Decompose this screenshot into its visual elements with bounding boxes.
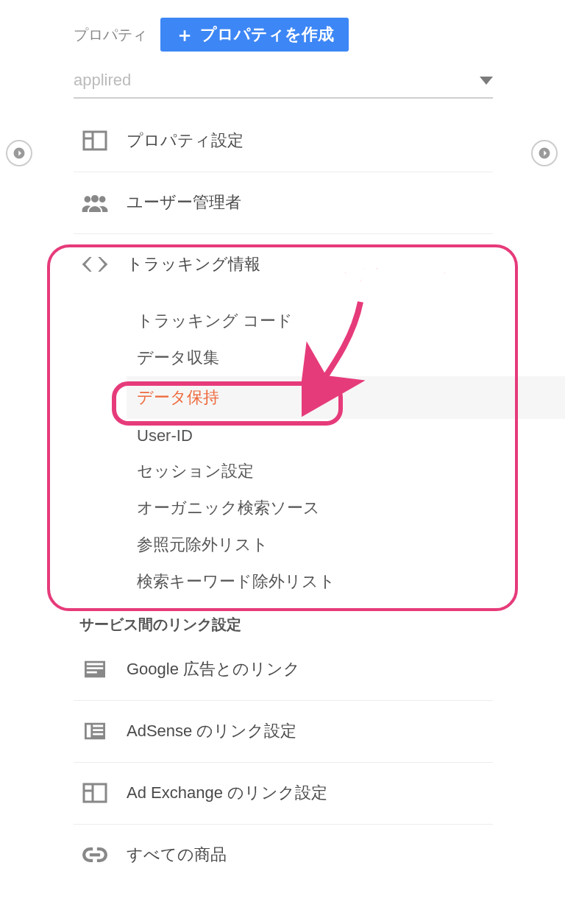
layout-icon [79, 780, 110, 805]
chevron-down-icon [480, 77, 493, 85]
submenu-item-user-id[interactable]: User-ID [137, 419, 493, 453]
prev-handle[interactable] [6, 140, 32, 166]
property-select-value: applired [74, 71, 131, 90]
menu-item-adexchange-link[interactable]: Ad Exchange のリンク設定 [74, 762, 493, 824]
menu-label: プロパティ設定 [127, 130, 244, 152]
users-icon [79, 190, 110, 215]
next-handle[interactable] [531, 140, 558, 166]
submenu-item-referral-exclusion[interactable]: 参照元除外リスト [137, 526, 493, 563]
arrow-right-circle-icon [538, 147, 551, 160]
submenu-item-organic-search[interactable]: オーガニック検索ソース [137, 490, 493, 526]
menu-item-tracking-info[interactable]: トラッキング情報 [74, 233, 493, 295]
submenu-item-session-settings[interactable]: セッション設定 [137, 453, 493, 490]
submenu-item-data-retention[interactable]: データ保持 [127, 376, 565, 419]
menu-item-property-settings[interactable]: プロパティ設定 [74, 110, 493, 172]
document-lines-icon [79, 657, 110, 682]
property-select[interactable]: applired [74, 71, 493, 99]
menu-label: Ad Exchange のリンク設定 [127, 782, 327, 804]
menu-item-all-products[interactable]: すべての商品 [74, 824, 493, 886]
menu-label: Google 広告とのリンク [127, 658, 300, 680]
property-panel: プロパティ ＋ プロパティを作成 applired プロパティ設定 ユーザー管理… [74, 18, 493, 886]
create-property-button-label: プロパティを作成 [200, 24, 334, 46]
list-columns-icon [79, 719, 110, 744]
section-heading-linking: サービス間のリンク設定 [79, 615, 493, 635]
menu-item-user-management[interactable]: ユーザー管理者 [74, 172, 493, 233]
menu-label: AdSense のリンク設定 [127, 720, 296, 742]
menu-item-adsense-link[interactable]: AdSense のリンク設定 [74, 700, 493, 762]
arrow-right-circle-icon [13, 147, 26, 160]
header-label: プロパティ [74, 25, 147, 45]
code-icon [79, 252, 110, 277]
submenu-item-data-collection[interactable]: データ収集 [137, 339, 493, 376]
tracking-submenu: トラッキング コード データ収集 データ保持 User-ID セッション設定 オ… [74, 295, 493, 607]
menu-label: すべての商品 [127, 844, 227, 866]
submenu-item-search-term-exclusion[interactable]: 検索キーワード除外リスト [137, 563, 493, 600]
link-icon [79, 842, 110, 867]
layout-icon [79, 128, 110, 153]
menu-item-google-ads-link[interactable]: Google 広告とのリンク [74, 639, 493, 700]
menu-label: ユーザー管理者 [127, 191, 241, 214]
submenu-item-tracking-code[interactable]: トラッキング コード [137, 303, 493, 339]
plus-icon: ＋ [175, 25, 194, 44]
menu-label: トラッキング情報 [127, 253, 260, 275]
create-property-button[interactable]: ＋ プロパティを作成 [160, 18, 349, 52]
